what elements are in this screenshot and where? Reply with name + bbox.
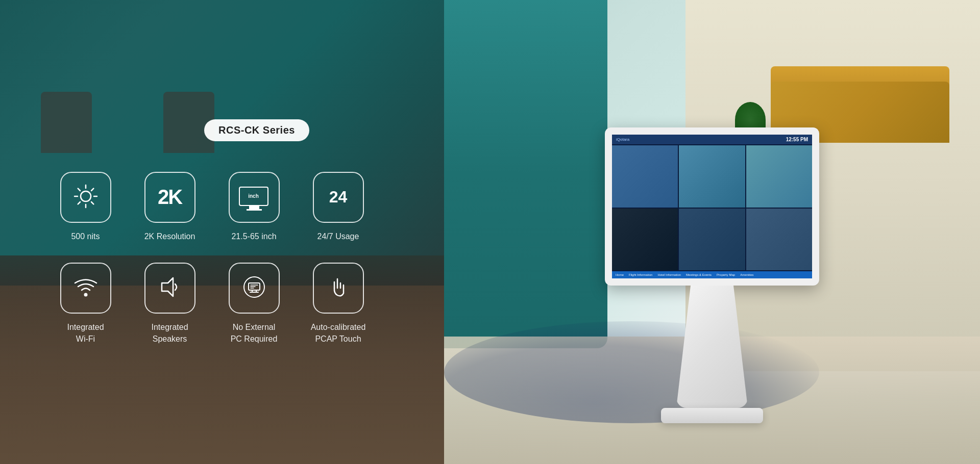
page-container: RCS-CK Series	[0, 0, 980, 464]
wifi-label: IntegratedWi-Fi	[67, 322, 104, 345]
kiosk-screen: iQotara 12:55 PM Home Flight Information…	[605, 127, 819, 286]
features-grid: 500 nits 2K 2K Resolution inch	[51, 172, 393, 345]
pc-icon	[241, 274, 267, 302]
svg-point-9	[84, 294, 87, 296]
speakers-icon-box	[144, 263, 195, 314]
247-icon: 24	[329, 188, 348, 207]
screen-tile-5	[679, 209, 745, 271]
usage-label: 24/7 Usage	[317, 231, 359, 242]
screen-tile-1	[612, 145, 678, 208]
nav-hotel: Hotel Information	[656, 273, 682, 277]
series-badge-text: RCS-CK Series	[218, 124, 295, 136]
svg-point-11	[244, 277, 264, 297]
wifi-icon-box	[60, 263, 111, 314]
screen-tile-2	[679, 145, 745, 208]
screen-header: iQotara 12:55 PM	[612, 135, 812, 144]
kiosk-screen-inner: iQotara 12:55 PM Home Flight Information…	[612, 135, 812, 278]
brightness-icon-box	[60, 172, 111, 223]
kiosk-base	[661, 408, 763, 423]
feature-usage: 24 24/7 Usage	[304, 172, 373, 242]
speakers-label: Integrated Speakers	[135, 322, 204, 345]
wifi-icon	[72, 274, 99, 302]
feature-touch: Auto-calibratedPCAP Touch	[304, 263, 373, 345]
kiosk: iQotara 12:55 PM Home Flight Information…	[605, 127, 819, 423]
svg-line-6	[91, 202, 93, 204]
kiosk-stand-body	[676, 286, 748, 408]
touch-icon-box	[313, 263, 364, 314]
svg-line-7	[91, 189, 93, 191]
features-overlay: RCS-CK Series	[0, 0, 444, 464]
kiosk-stand	[661, 280, 763, 423]
screen-nav: Home Flight Information Hotel Informatio…	[612, 271, 812, 278]
nav-home: Home	[614, 273, 625, 277]
size-label: 21.5-65 inch	[231, 231, 276, 242]
nav-flight: Flight Information	[627, 273, 654, 277]
right-teal-wall	[444, 0, 607, 348]
nav-map: Property Map	[715, 273, 737, 277]
feature-wifi: IntegratedWi-Fi	[51, 263, 120, 345]
pc-icon-box	[229, 263, 280, 314]
inch-text: inch	[248, 193, 259, 199]
screen-tile-3	[746, 145, 812, 208]
brightness-label: 500 nits	[71, 231, 100, 242]
monitor-icon: inch	[239, 187, 270, 208]
size-icon-box: inch	[229, 172, 280, 223]
2k-icon: 2K	[158, 186, 182, 209]
feature-brightness: 500 nits	[51, 172, 120, 242]
sun-icon	[72, 183, 99, 212]
usage-icon-box: 24	[313, 172, 364, 223]
svg-marker-10	[162, 278, 173, 296]
pc-label: No ExternalPC Required	[231, 322, 278, 345]
touch-label: Auto-calibratedPCAP Touch	[311, 322, 366, 345]
touch-icon	[325, 274, 352, 302]
nav-meetings: Meetings & Events	[684, 273, 713, 277]
feature-pc: No ExternalPC Required	[219, 263, 288, 345]
svg-point-0	[81, 191, 91, 201]
screen-time: 12:55 PM	[786, 137, 808, 142]
monitor-screen: inch	[239, 187, 268, 206]
series-badge: RCS-CK Series	[204, 119, 309, 141]
svg-line-8	[78, 202, 80, 204]
right-background: iQotara 12:55 PM Home Flight Information…	[444, 0, 980, 464]
feature-size: inch 21.5-65 inch	[219, 172, 288, 242]
resolution-label: 2K Resolution	[144, 231, 195, 242]
monitor-base	[247, 209, 262, 211]
nav-amenities: Amenities	[739, 273, 755, 277]
svg-line-5	[78, 189, 80, 191]
feature-resolution: 2K 2K Resolution	[135, 172, 204, 242]
screen-tile-4	[612, 209, 678, 271]
resolution-icon-box: 2K	[144, 172, 195, 223]
screen-logo: iQotara	[616, 137, 629, 142]
screen-tile-6	[746, 209, 812, 271]
left-background: RCS-CK Series	[0, 0, 444, 464]
speaker-icon	[157, 274, 183, 302]
feature-speakers: Integrated Speakers	[135, 263, 204, 345]
